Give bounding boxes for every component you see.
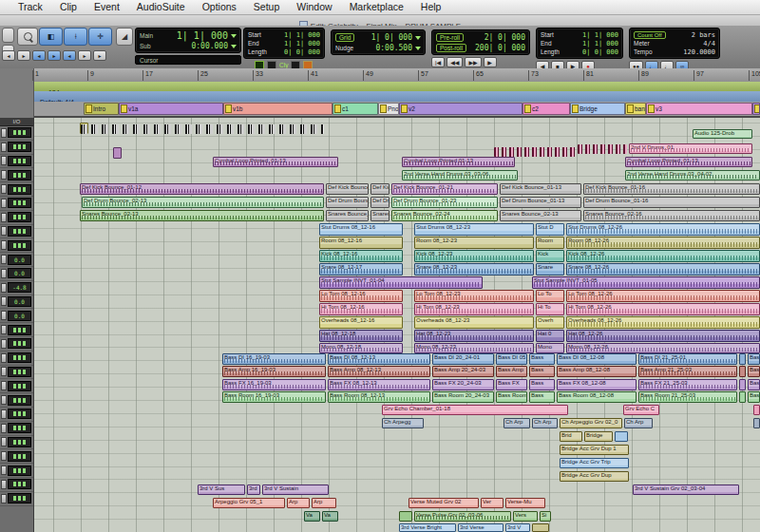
marker-v1b[interactable]: v1b [223,103,332,115]
track-select-button[interactable] [1,142,7,152]
track-volume-readout[interactable] [8,395,31,406]
track-volume-readout[interactable] [8,240,31,251]
grid-value[interactable]: 1| 0| 000 [371,33,412,42]
clip-def-drum-bounce-01-13[interactable]: Def Drum Bounce_01-13 [500,197,581,208]
track-select-button[interactable] [1,424,7,433]
menu-window[interactable]: Window [288,0,340,14]
marker-bank-in[interactable]: bank in [625,103,646,115]
clip-cymbal-loop-printed-01-13[interactable]: Cymbal Loop Printed_01-13 [213,157,338,167]
clip-verse-muted-grv-02[interactable]: Verse Muted Grv 02 [408,498,479,508]
zoom-preset-3[interactable]: ◂ [63,50,76,61]
clip-3rd-v-sustain-grv-02-03-04[interactable]: 3rd V Sustain Grv 02_03-04 [633,484,739,495]
track-controls-row[interactable]: 0.0 [0,309,33,323]
track-select-button[interactable] [1,128,7,138]
clip-ch-arpeggio-grv-02-0[interactable]: Ch Arpeggio Grv 02_0 [560,418,622,428]
clip-def-dru[interactable]: Def Dru [370,197,390,208]
trim-tool-button[interactable]: ◧ [39,28,63,46]
marker-c1[interactable]: c1 [332,103,378,115]
track-volume-readout[interactable] [8,184,31,195]
clip-overheads-08-12-23[interactable]: Overheads 08_12-23 [414,316,534,329]
clip-2nd-verse-hand-drums-03-04-02[interactable]: 2nd Verse Hand Drums 03_04-02 [625,170,760,180]
track-controls-row[interactable] [0,337,33,352]
clip-3rd-v[interactable]: 3rd V [505,523,530,532]
track-controls-row[interactable] [0,323,33,337]
track-select-button[interactable] [1,283,7,293]
clip-stut-d[interactable]: Stut D [536,223,564,236]
zoom-preset-5[interactable]: ▸ [93,50,106,61]
zoom-in-button[interactable]: ▸ [17,50,30,61]
clip-bass-di-05[interactable]: Bass DI 05 [496,353,527,365]
clip[interactable] [532,523,549,532]
track-volume-readout[interactable] [8,479,31,489]
clip-stut-drums-08-12-23[interactable]: Stut Drums 08_12-23 [414,223,534,236]
clip-bass[interactable]: Bass [529,379,555,390]
clip-stut-drums-08-12-26[interactable]: Stut Drums 08_12-26 [566,223,760,236]
clip-ver[interactable]: Ver [481,498,504,508]
clip-bass[interactable]: Bass [529,391,555,403]
chevron-down-icon[interactable] [415,47,421,50]
grid-label[interactable]: Grid [335,33,354,42]
track-select-button[interactable] [1,311,7,320]
return-to-zero-button[interactable]: |◀ [431,57,445,67]
nudge-value[interactable]: 0:00.500 [375,44,412,52]
clip[interactable] [399,511,412,522]
clip-bass-room-16-19-03[interactable]: Bass Room 16_19-03 [222,391,326,403]
clip-hi-tom-08-12-16[interactable]: Hi Tom 08_12-16 [319,303,403,315]
clip-bass[interactable]: Bass [529,353,555,365]
clip-bass[interactable]: Bass [748,366,760,377]
grid-nudge-panel[interactable]: Grid1| 0| 000 Nudge0:00.500 [331,29,426,55]
track-controls-row[interactable] [0,211,33,225]
selector-tool-button[interactable]: ⟊ [64,28,87,46]
track-volume-readout[interactable]: 0.0 [8,268,31,278]
clip-bridge-acc-grv-trip[interactable]: Bridge Acc Grv Trip [560,458,629,468]
track-select-button[interactable] [1,409,7,419]
clip-audio-125-drob[interactable]: Audio 125-Drob [693,129,752,139]
clip-overheads-08-12-16[interactable]: Overheads 08_12-16 [319,316,403,329]
clip-room-08-12-26[interactable]: Room 08_12-26 [566,237,760,249]
scrubber-tool-button[interactable]: ◢ [116,28,133,46]
clip-bass-amp[interactable]: Bass Amp [496,366,527,377]
track-controls-row[interactable] [0,393,33,408]
sel-end-value[interactable]: 1| 1| 000 [284,40,320,48]
clip-bass-fx-16-19-03[interactable]: Bass FX 16_19-03 [222,379,326,390]
track-controls-row[interactable] [0,492,33,506]
clip-3rd-v-sustain[interactable]: 3rd V Sustain [262,484,329,495]
menu-event[interactable]: Event [86,0,128,14]
track-controls-row[interactable] [0,408,33,422]
clip-cymbal-loop-printed-01-13[interactable]: Cymbal Loop Printed_01-13 [625,157,752,167]
marker-c2[interactable]: c2 [522,103,570,115]
clip-brid[interactable]: Brid [560,431,582,442]
clip-arp[interactable]: Arp [312,498,336,508]
marker-3rd[interactable]: 3rd [752,103,760,115]
clip-bass-di-21-25-01[interactable]: Bass DI 21_25-01 [638,353,737,365]
clip-room-08-12-23[interactable]: Room 08_12-23 [414,237,534,249]
track-select-button[interactable] [1,494,7,504]
clip-def-kick-bounce-01-16[interactable]: Def Kick Bounce_01-16 [583,183,760,195]
clip-ch-arp[interactable]: Ch Arp [504,418,530,428]
marker-v1a[interactable]: v1a [119,103,223,115]
track-controls-row[interactable] [0,141,33,155]
track-controls-row[interactable] [0,478,33,492]
clip-bridge[interactable]: Bridge [584,431,613,442]
clip-bass-di-16-19-03[interactable]: Bass DI 16_19-03 [222,353,326,365]
track-select-button[interactable] [1,156,7,165]
clip-bass-room[interactable]: Bass Room [496,391,527,403]
clip-bass-fx-21-25-03[interactable]: Bass FX 21_25-03 [638,379,737,390]
menu-help[interactable]: Help [412,0,450,14]
clip-grv-echo-chamber-01-18[interactable]: Grv Echo Chamber_01-18 [382,405,568,415]
clip-2nd-verse-hand-drums-03-03-06[interactable]: 2nd Verse Hand Drums 03_03-06 [402,170,518,180]
clip-snares-bounce-0[interactable]: Snares Bounce_0 [326,210,369,221]
clip-bass-di-08-12-08[interactable]: Bass DI 08_12-08 [557,353,636,365]
chevron-down-icon[interactable] [415,36,421,40]
clip-def-kick[interactable]: Def Kick [370,183,390,195]
clip-bass-amp-08-12-13[interactable]: Bass Amp 08_12-13 [328,366,430,377]
clip-bass-amp-20-24-03[interactable]: Bass Amp 20_24-03 [432,366,494,377]
clip-bass-fx-20-24-03[interactable]: Bass FX 20_24-03 [432,379,494,390]
clip-stut-drums-08-12-16[interactable]: Stut Drums 08_12-16 [319,223,403,236]
menu-marketplace[interactable]: Marketplace [341,0,412,14]
countoff-label[interactable]: Count Off [634,31,666,39]
clip-3rd[interactable]: 3rd [247,484,260,495]
clip-ch-arpegg[interactable]: Ch Arpegg [382,418,424,428]
postroll-label[interactable]: Post-roll [436,44,466,52]
track-volume-readout[interactable] [8,212,31,222]
